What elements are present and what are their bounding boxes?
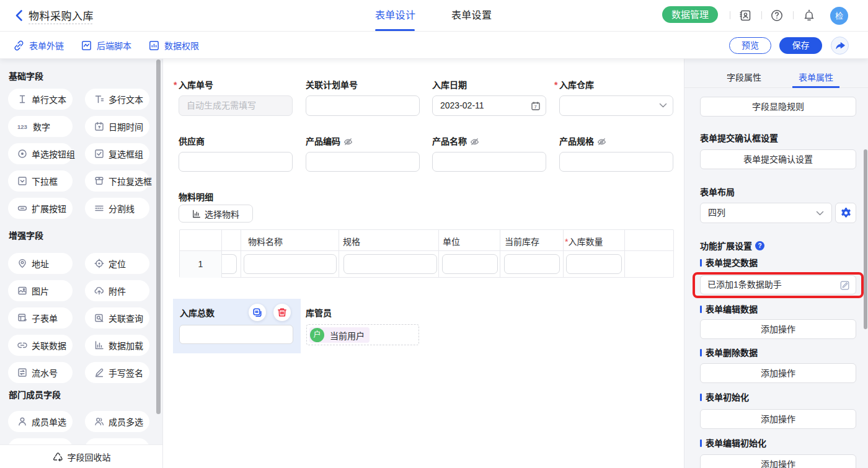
svg-text:7: 7	[534, 104, 537, 110]
svg-text:?: ?	[758, 242, 761, 249]
svg-text:123: 123	[17, 123, 27, 130]
